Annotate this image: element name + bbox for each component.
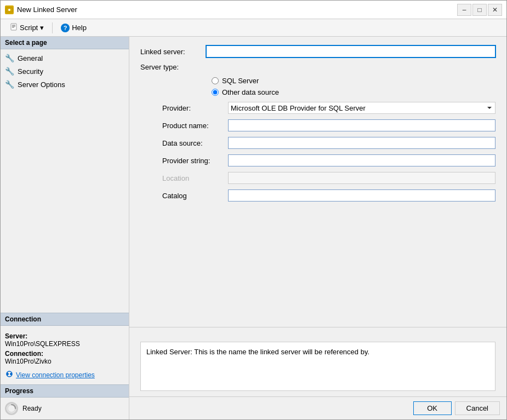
data-source-input[interactable] xyxy=(228,137,495,149)
sql-server-radio-row: SQL Server xyxy=(140,77,495,85)
sql-server-label[interactable]: SQL Server xyxy=(222,77,259,85)
toolbar-divider xyxy=(52,22,53,33)
script-icon xyxy=(10,23,18,32)
progress-section: Progress Ready xyxy=(1,384,129,419)
form-content: Linked server: Server type: SQL Server O… xyxy=(129,37,506,327)
server-type-label: Server type: xyxy=(140,63,206,71)
linked-server-input[interactable] xyxy=(206,45,495,57)
view-connection-link[interactable]: View connection properties xyxy=(5,370,124,380)
product-name-input[interactable] xyxy=(228,119,495,131)
server-options-icon: 🔧 xyxy=(5,80,14,89)
ok-button[interactable]: OK xyxy=(413,401,452,415)
progress-status: Ready xyxy=(22,405,42,412)
view-connection-icon xyxy=(5,370,14,380)
svg-point-1 xyxy=(8,9,10,11)
product-name-row: Product name: xyxy=(140,119,495,131)
sidebar-item-server-options-label: Server Options xyxy=(18,80,65,89)
linked-server-row: Linked server: xyxy=(140,45,495,57)
sidebar-item-security-label: Security xyxy=(18,67,43,76)
select-page-header: Select a page xyxy=(1,37,129,49)
security-icon: 🔧 xyxy=(5,67,14,76)
server-type-row: Server type: xyxy=(140,63,495,71)
location-input xyxy=(228,172,495,184)
provider-string-input[interactable] xyxy=(228,154,495,166)
right-panel: Linked server: Server type: SQL Server O… xyxy=(129,37,506,419)
connection-label: Connection: xyxy=(5,350,124,358)
server-label: Server: xyxy=(5,332,124,340)
info-text: Linked Server: This is the name the link… xyxy=(146,348,369,356)
minimize-button[interactable]: – xyxy=(457,4,471,16)
sql-server-radio[interactable] xyxy=(212,77,219,84)
catalog-row: Catalog xyxy=(140,189,495,202)
sidebar-items: 🔧 General 🔧 Security 🔧 Server Options xyxy=(1,49,129,93)
progress-content: Ready xyxy=(1,398,129,419)
main-content: Select a page 🔧 General 🔧 Security 🔧 Ser… xyxy=(1,37,506,419)
bottom-bar: OK Cancel xyxy=(129,396,506,419)
linked-server-label: Linked server: xyxy=(140,48,206,56)
svg-rect-2 xyxy=(11,24,16,30)
other-source-radio-row: Other data source xyxy=(140,88,495,96)
sidebar-item-general[interactable]: 🔧 General xyxy=(1,51,129,65)
help-label: Help xyxy=(72,24,87,32)
info-box: Linked Server: This is the name the link… xyxy=(140,342,495,391)
location-label: Location xyxy=(162,174,228,182)
script-button[interactable]: Script ▾ xyxy=(5,21,49,34)
catalog-label: Catalog xyxy=(162,192,228,200)
maximize-button[interactable]: □ xyxy=(472,4,487,16)
catalog-input[interactable] xyxy=(228,189,495,202)
provider-select[interactable]: Microsoft OLE DB Provider for SQL Server… xyxy=(228,102,495,114)
sidebar-item-security[interactable]: 🔧 Security xyxy=(1,65,129,78)
window-controls: – □ ✕ xyxy=(457,4,502,16)
progress-header: Progress xyxy=(1,385,129,398)
connection-content: Server: Win10Pro\SQLEXPRESS Connection: … xyxy=(1,326,129,384)
other-source-label[interactable]: Other data source xyxy=(222,88,279,96)
server-value: Win10Pro\SQLEXPRESS xyxy=(5,340,124,348)
close-button[interactable]: ✕ xyxy=(488,4,502,16)
data-source-label: Data source: xyxy=(162,139,228,147)
provider-row: Provider: Microsoft OLE DB Provider for … xyxy=(140,102,495,114)
general-icon: 🔧 xyxy=(5,54,14,62)
product-name-label: Product name: xyxy=(162,122,228,130)
info-section: Linked Server: This is the name the link… xyxy=(129,327,506,396)
script-dropdown-icon: ▾ xyxy=(40,24,44,32)
help-icon: ? xyxy=(61,24,70,32)
connection-value: Win10Pro\Zivko xyxy=(5,358,124,365)
connection-section: Connection Server: Win10Pro\SQLEXPRESS C… xyxy=(1,313,129,384)
sidebar-item-server-options[interactable]: 🔧 Server Options xyxy=(1,78,129,91)
title-bar: New Linked Server – □ ✕ xyxy=(1,1,506,19)
provider-string-label: Provider string: xyxy=(162,157,228,165)
provider-string-row: Provider string: xyxy=(140,154,495,166)
toolbar: Script ▾ ? Help xyxy=(1,19,506,37)
window-icon xyxy=(5,5,14,14)
view-connection-label: View connection properties xyxy=(16,371,95,379)
other-source-radio[interactable] xyxy=(212,89,219,96)
help-button[interactable]: ? Help xyxy=(56,21,92,34)
cancel-button[interactable]: Cancel xyxy=(455,401,500,415)
window-title: New Linked Server xyxy=(17,5,77,14)
progress-spinner xyxy=(5,402,18,415)
script-label: Script xyxy=(20,24,38,32)
connection-header: Connection xyxy=(1,313,129,326)
provider-label: Provider: xyxy=(162,104,228,112)
sidebar-item-general-label: General xyxy=(18,54,43,62)
data-source-row: Data source: xyxy=(140,137,495,149)
svg-point-8 xyxy=(10,373,12,375)
sidebar: Select a page 🔧 General 🔧 Security 🔧 Ser… xyxy=(1,37,129,419)
location-row: Location xyxy=(140,172,495,184)
